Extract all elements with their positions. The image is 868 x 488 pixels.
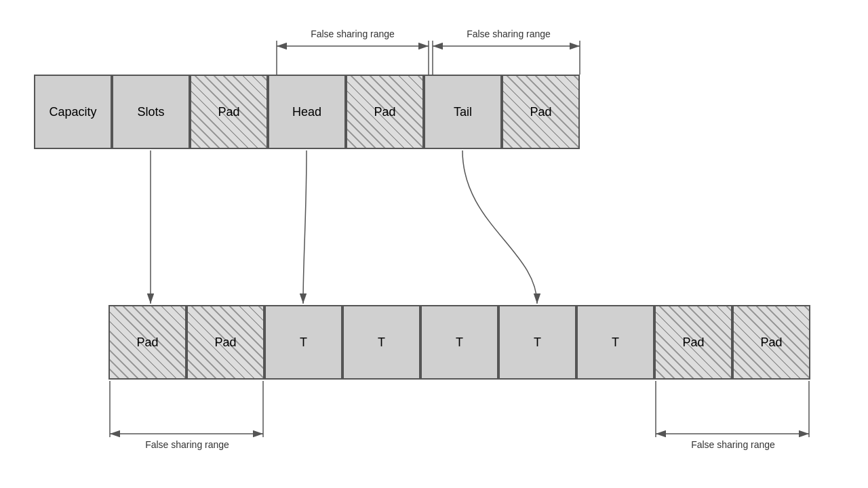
box-head: Head: [268, 75, 346, 149]
box-pad3: Pad: [502, 75, 580, 149]
diagram-container: Capacity Slots Pad Head Pad Tail Pad Pad…: [0, 0, 868, 488]
box-pad1: Pad: [190, 75, 268, 149]
box-t4: T: [498, 305, 576, 380]
box-t1: T: [264, 305, 342, 380]
box-pad6: Pad: [654, 305, 732, 380]
top-row: Capacity Slots Pad Head Pad Tail Pad: [34, 75, 580, 149]
box-pad7: Pad: [732, 305, 810, 380]
box-tail: Tail: [424, 75, 502, 149]
box-t2: T: [342, 305, 420, 380]
false-sharing-range-bottom-left: False sharing range: [110, 439, 264, 450]
bottom-row: Pad Pad T T T T T Pad Pad: [108, 305, 810, 380]
box-t3: T: [420, 305, 498, 380]
box-pad2: Pad: [346, 75, 424, 149]
box-pad5: Pad: [186, 305, 264, 380]
false-sharing-range-bottom-right: False sharing range: [656, 439, 810, 450]
false-sharing-range-top-right: False sharing range: [433, 28, 585, 39]
box-slots: Slots: [112, 75, 190, 149]
box-pad4: Pad: [108, 305, 186, 380]
box-t5: T: [576, 305, 654, 380]
false-sharing-range-top-left: False sharing range: [277, 28, 429, 39]
box-capacity: Capacity: [34, 75, 112, 149]
arrows-overlay: [0, 0, 868, 488]
